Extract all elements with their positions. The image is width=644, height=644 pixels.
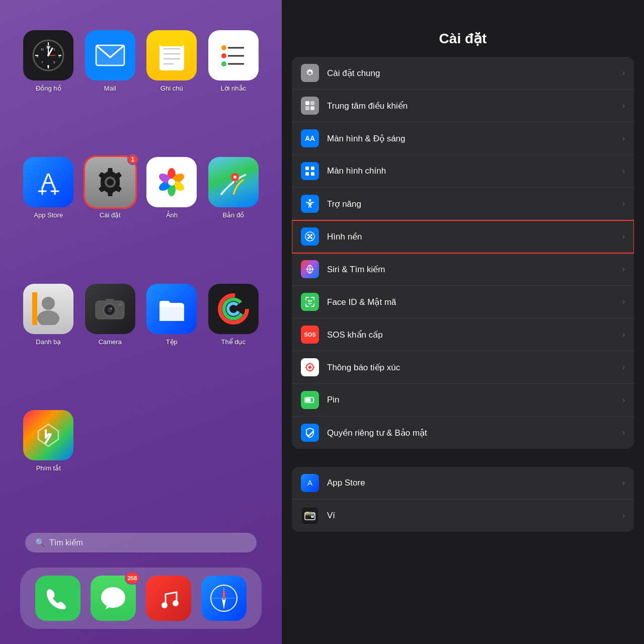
settings-item-privacy[interactable]: Quyền riêng tư & Bảo mật › [292,417,634,449]
settings-icon-wallet [301,507,319,525]
settings-item-wallpaper-label: Hình nền [327,231,618,242]
app-shortcuts-label: Phím tắt [36,464,61,472]
app-mail[interactable]: Mail [82,30,139,143]
settings-item-sos-label: SOS khẩn cấp [327,330,618,340]
chevron-icon: › [622,395,625,405]
settings-panel: Cài đặt Cài đặt chung › [282,0,644,644]
app-maps[interactable]: Bản đồ [205,157,262,270]
chevron-icon: › [622,232,625,241]
app-notes[interactable]: Ghi chú [143,30,200,143]
app-settings[interactable]: 1 Cài đặt [82,157,139,270]
svg-point-95 [309,363,311,364]
svg-point-83 [310,234,312,236]
settings-icon-exposure [301,358,319,376]
app-photos-label: Ảnh [166,211,178,219]
svg-rect-100 [306,398,311,402]
messages-badge: 258 [125,572,140,585]
svg-rect-106 [306,512,309,513]
settings-item-privacy-label: Quyền riêng tư & Bảo mật [327,428,618,438]
dock-music[interactable] [146,576,191,621]
svg-point-80 [309,199,311,202]
svg-point-63 [162,602,168,608]
settings-item-sos[interactable]: SOS SOS khẩn cấp › [292,318,634,351]
dock-messages[interactable]: 258 [91,576,136,621]
settings-icon-appstore: A [301,474,319,492]
app-files[interactable]: Tệp [143,284,200,396]
dock: 258 [20,568,262,629]
settings-item-accessibility-label: Trợ năng [327,199,618,209]
settings-item-wallet-label: Ví [327,511,618,521]
app-reminders[interactable]: Lời nhắc [205,30,262,143]
app-fitness[interactable]: Thể dục [205,284,262,396]
settings-item-display[interactable]: AA Màn hình & Độ sáng › [292,122,634,155]
app-shortcuts[interactable]: Phím tắt [20,410,77,523]
svg-point-39 [107,179,114,186]
settings-item-homescreen[interactable]: Màn hình chính › [292,155,634,188]
app-clock-label: Đồng hồ [36,85,61,92]
settings-icon-battery [301,391,319,409]
settings-item-wallet[interactable]: Ví › [292,500,634,532]
settings-item-faceid[interactable]: Face ID & Mật mã › [292,286,634,318]
svg-text:6: 6 [47,64,50,68]
settings-item-accessibility[interactable]: Trợ năng › [292,188,634,220]
svg-point-49 [233,176,236,179]
svg-point-90 [308,300,309,302]
chevron-icon: › [622,101,625,110]
app-files-label: Tệp [166,338,178,346]
svg-point-82 [307,234,309,236]
settings-item-battery[interactable]: Pin › [292,384,634,417]
app-clock[interactable]: 12 3 6 9 1 5 7 11 [20,30,77,143]
search-bar[interactable]: 🔍 Tìm kiếm [25,533,257,552]
settings-icon-homescreen [301,162,319,180]
chevron-icon: › [622,511,625,520]
settings-item-general-label: Cài đặt chung [327,68,618,78]
svg-rect-59 [119,303,122,306]
app-appstore[interactable]: A App Store [20,157,77,270]
dock-phone[interactable] [35,576,80,621]
svg-rect-73 [310,101,314,105]
search-icon: 🔍 [35,538,45,547]
svg-point-30 [221,61,226,66]
svg-rect-76 [305,167,309,170]
chevron-icon: › [622,199,625,208]
chevron-icon: › [622,363,625,372]
app-camera[interactable]: Camera [82,284,139,396]
app-maps-label: Bản đồ [222,211,244,219]
app-appstore-label: App Store [34,211,63,219]
svg-rect-52 [32,292,37,325]
svg-point-84 [307,237,309,239]
chevron-icon: › [622,428,625,437]
settings-item-exposure-label: Thông báo tiếp xúc [327,362,618,373]
dock-safari[interactable] [201,576,247,621]
chevron-icon: › [622,68,625,77]
svg-text:A: A [41,169,55,193]
settings-item-exposure[interactable]: Thông báo tiếp xúc › [292,351,634,384]
chevron-icon: › [622,167,625,176]
svg-point-96 [309,371,311,372]
settings-item-appstore[interactable]: A App Store › [292,467,634,500]
svg-point-17 [47,54,49,56]
settings-icon-accessibility [301,195,319,213]
app-fitness-label: Thể dục [221,338,246,346]
app-mail-label: Mail [104,85,116,92]
svg-rect-74 [305,106,309,110]
svg-rect-107 [309,512,311,513]
settings-group-apps: A App Store › [292,467,634,532]
settings-item-general[interactable]: Cài đặt chung › [292,57,634,90]
settings-item-siri[interactable]: Siri & Tìm kiếm › [292,253,634,286]
settings-icon-wallpaper [301,227,319,246]
svg-point-85 [310,237,312,239]
svg-rect-77 [311,167,314,170]
app-contacts[interactable]: Danh bạ [20,284,77,396]
app-photos[interactable]: Ảnh [143,157,200,270]
chevron-icon: › [622,265,625,274]
settings-group-main: Cài đặt chung › Trung tâm điều khiển › [292,57,634,449]
settings-item-wallpaper[interactable]: Hình nền › [292,220,634,253]
settings-icon-privacy [301,424,319,442]
settings-icon-siri [301,260,319,278]
svg-point-28 [221,53,226,58]
settings-icon-sos: SOS [301,326,319,344]
settings-item-control[interactable]: Trung tâm điều khiển › [292,90,634,122]
svg-text:9: 9 [36,54,39,58]
chevron-icon: › [622,134,625,143]
